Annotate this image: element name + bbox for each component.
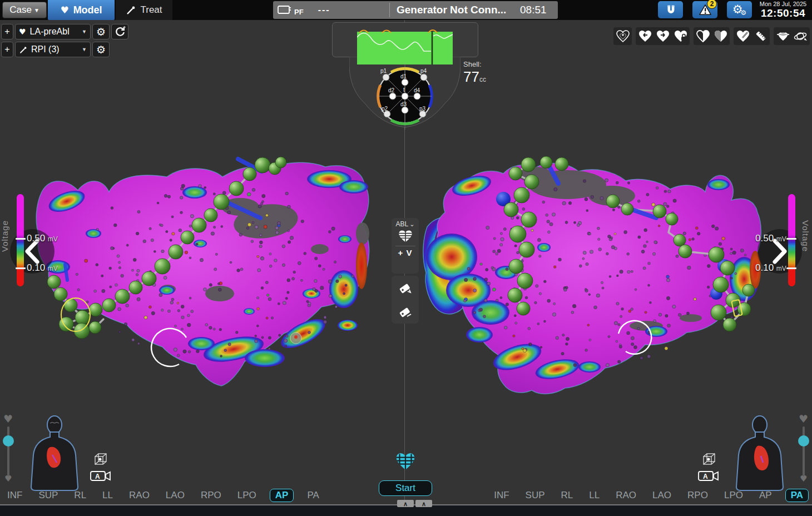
generator-status-bar: PF --- Generator Not Conn... 08:51 bbox=[273, 1, 558, 19]
view-button-lao[interactable]: LAO bbox=[163, 489, 187, 502]
svg-text:t: t bbox=[403, 87, 405, 93]
tab-treat[interactable]: Treat bbox=[116, 0, 172, 20]
view-button-ap-active[interactable]: AP bbox=[270, 489, 294, 502]
auto-camera-icon-left[interactable]: A bbox=[90, 470, 112, 482]
voltage-min-tick[interactable] bbox=[16, 267, 26, 269]
view-button-ap[interactable]: AP bbox=[756, 489, 775, 502]
shell-label: Shell: bbox=[463, 60, 486, 68]
magnet-tracking-button[interactable] bbox=[658, 1, 683, 18]
settings-button[interactable]: ⚙ ⚙ bbox=[727, 1, 752, 18]
right-voltage-map[interactable] bbox=[423, 156, 761, 394]
catheter-electrode-diagram[interactable]: p1 p4 d1 d2 t d4 d3 p2 p3 bbox=[372, 63, 438, 130]
view-button-inf[interactable]: INF bbox=[491, 489, 512, 502]
heart-half-icon[interactable] bbox=[695, 28, 711, 44]
patient-orientation-figure-right[interactable] bbox=[732, 414, 788, 493]
basket-heart-cyan-icon bbox=[395, 452, 415, 471]
generator-status-time: 08:51 bbox=[520, 4, 547, 16]
voltage-colorbar-left[interactable] bbox=[17, 194, 24, 286]
view-button-rao[interactable]: RAO bbox=[613, 489, 639, 502]
view-button-lpo[interactable]: LPO bbox=[721, 489, 746, 502]
voltage-min-tick[interactable] bbox=[786, 267, 796, 269]
top-bar: Case ▼ ♥ Model Treat PF --- Generator No… bbox=[0, 0, 812, 20]
view-buttons-left: INF SUP RL LL RAO LAO RPO LPO AP PA bbox=[4, 489, 322, 502]
generator-cart-icon bbox=[276, 4, 293, 16]
ecg-strip[interactable] bbox=[357, 27, 453, 64]
add-treat-button[interactable]: + bbox=[1, 42, 13, 57]
heart-shaded-icon[interactable] bbox=[712, 28, 729, 44]
abl-selector[interactable]: ABL ⌄ bbox=[396, 220, 415, 228]
alerts-button[interactable]: 2 bbox=[692, 1, 717, 18]
expand-panel-button-2[interactable]: ∧ bbox=[415, 500, 432, 507]
view-tools-strip bbox=[613, 27, 810, 45]
status-divider bbox=[389, 3, 390, 17]
reference-cube-icon[interactable] bbox=[701, 452, 717, 467]
tag-edit-icon[interactable] bbox=[398, 305, 413, 319]
clip-plane-icon[interactable] bbox=[775, 28, 791, 44]
case-menu-button[interactable]: Case ▼ bbox=[2, 2, 47, 18]
mapping-system-window: Case ▼ ♥ Model Treat PF --- Generator No… bbox=[0, 0, 812, 516]
expand-panel-button-1[interactable]: ∧ bbox=[397, 500, 414, 507]
map-selector-row: + ♥ LA-preAbl ▼ ⚙ bbox=[1, 24, 128, 39]
voltage-scale-label: Voltage bbox=[0, 220, 9, 252]
rotate-3d-icon[interactable] bbox=[793, 28, 809, 44]
treat-selector-row: + RPI (3) ▼ ⚙ bbox=[1, 42, 110, 57]
heart-lock-icon[interactable] bbox=[672, 28, 689, 44]
map-settings-button[interactable]: ⚙ bbox=[92, 24, 110, 39]
view-button-rpo[interactable]: RPO bbox=[198, 489, 224, 502]
view-button-sup[interactable]: SUP bbox=[36, 489, 61, 502]
voltage-min-label: 0.10 mV bbox=[755, 262, 786, 274]
add-voltage-point-button[interactable]: + V bbox=[398, 248, 413, 257]
svg-text:p1: p1 bbox=[380, 68, 387, 74]
tab-model[interactable]: ♥ Model bbox=[48, 0, 115, 20]
view-button-rl[interactable]: RL bbox=[71, 489, 89, 502]
tab-treat-label: Treat bbox=[140, 4, 162, 16]
heart-undo-icon[interactable] bbox=[637, 28, 653, 44]
wand-icon bbox=[126, 5, 136, 15]
treat-settings-button[interactable]: ⚙ bbox=[92, 42, 110, 57]
voltage-max-label: 0.50 mV bbox=[755, 233, 786, 244]
view-button-ll[interactable]: LL bbox=[100, 489, 116, 502]
target-heart-icon[interactable] bbox=[615, 28, 631, 44]
left-voltage-map[interactable] bbox=[36, 157, 369, 386]
start-button[interactable]: Start bbox=[379, 480, 432, 496]
basket-heart-icon[interactable] bbox=[398, 230, 413, 243]
view-button-ll[interactable]: LL bbox=[586, 489, 602, 502]
shell-value: 77 bbox=[463, 68, 479, 85]
gear-icon: ⚙ bbox=[96, 27, 106, 37]
view-button-inf[interactable]: INF bbox=[4, 489, 25, 502]
view-button-pa-active[interactable]: PA bbox=[785, 489, 809, 502]
treat-selector-dropdown[interactable]: RPI (3) ▼ bbox=[15, 42, 91, 57]
view-button-sup[interactable]: SUP bbox=[523, 489, 548, 502]
wand-icon bbox=[19, 46, 27, 54]
refresh-icon bbox=[115, 26, 126, 37]
patient-orientation-figure-left[interactable] bbox=[27, 414, 82, 493]
view-button-rl[interactable]: RL bbox=[558, 489, 576, 502]
voltage-max-label: 0.50 mV bbox=[27, 233, 58, 244]
map-name: LA-preAbl bbox=[30, 27, 70, 37]
voltage-max-tick[interactable] bbox=[786, 238, 796, 240]
view-button-lpo[interactable]: LPO bbox=[235, 489, 259, 502]
auto-camera-icon-right[interactable]: A bbox=[698, 470, 720, 482]
view-button-pa[interactable]: PA bbox=[304, 489, 321, 502]
map-selector-dropdown[interactable]: ♥ LA-preAbl ▼ bbox=[15, 24, 91, 39]
svg-text:d4: d4 bbox=[414, 87, 420, 93]
heart-redo-icon[interactable] bbox=[655, 28, 671, 44]
view-button-lao[interactable]: LAO bbox=[650, 489, 674, 502]
view-button-rao[interactable]: RAO bbox=[126, 489, 152, 502]
date-label: Mon 28 Jul, 2025 bbox=[755, 1, 811, 7]
gear-small-icon: ⚙ bbox=[741, 9, 747, 16]
ruler-icon[interactable] bbox=[752, 28, 769, 44]
heart-size-slider-handle[interactable] bbox=[798, 435, 809, 446]
abl-control-panel: ABL ⌄ + V bbox=[392, 218, 419, 274]
voltage-max-tick[interactable] bbox=[16, 238, 26, 240]
tag-move-icon[interactable] bbox=[398, 281, 413, 295]
heart-size-slider[interactable] bbox=[7, 426, 9, 479]
heart-size-slider-handle[interactable] bbox=[3, 435, 14, 446]
reference-cube-icon[interactable] bbox=[93, 452, 108, 467]
heart-size-slider[interactable] bbox=[803, 426, 805, 479]
add-map-button[interactable]: + bbox=[1, 24, 13, 39]
remap-button[interactable] bbox=[111, 24, 128, 39]
view-button-rpo[interactable]: RPO bbox=[685, 489, 711, 502]
voltage-colorbar-right[interactable] bbox=[788, 194, 795, 286]
heart-edit-icon[interactable] bbox=[735, 28, 751, 44]
